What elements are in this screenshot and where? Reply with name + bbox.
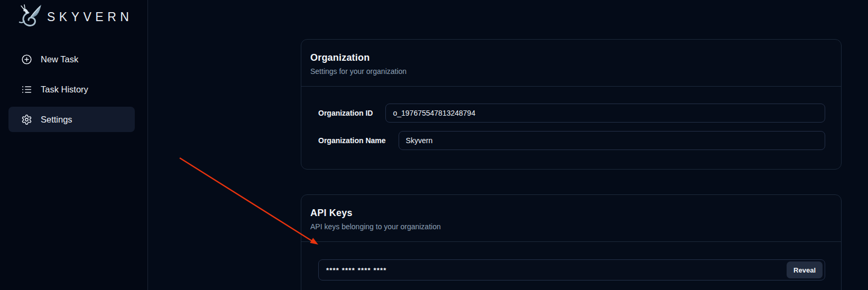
organization-id-input[interactable] xyxy=(385,104,825,123)
api-keys-card: API Keys API keys belonging to your orga… xyxy=(301,194,842,290)
sidebar-nav: New Task Task History Settings xyxy=(8,46,135,132)
api-keys-card-body: **** **** **** **** Reveal xyxy=(301,241,841,290)
organization-card-body: Organization ID Organization Name xyxy=(301,86,841,169)
organization-card-header: Organization Settings for your organizat… xyxy=(301,40,841,86)
skyvern-dragon-logo-icon xyxy=(18,3,42,31)
organization-name-input[interactable] xyxy=(399,131,825,150)
list-icon xyxy=(21,84,32,95)
api-key-field[interactable]: **** **** **** **** Reveal xyxy=(318,259,825,280)
organization-name-label: Organization Name xyxy=(318,136,386,145)
settings-page: Organization Settings for your organizat… xyxy=(148,0,868,290)
reveal-button[interactable]: Reveal xyxy=(787,261,823,278)
api-keys-card-title: API Keys xyxy=(310,208,833,219)
sidebar-item-new-task[interactable]: New Task xyxy=(8,46,135,72)
organization-name-row: Organization Name xyxy=(318,131,825,150)
sidebar-item-label: Task History xyxy=(41,85,88,95)
organization-card: Organization Settings for your organizat… xyxy=(301,39,842,170)
plus-circle-icon xyxy=(21,54,32,65)
sidebar-item-label: Settings xyxy=(41,115,72,125)
api-keys-card-subtitle: API keys belonging to your organization xyxy=(310,222,833,231)
sidebar-item-settings[interactable]: Settings xyxy=(8,107,135,132)
organization-id-label: Organization ID xyxy=(318,109,373,117)
skyvern-app: SKYVERN New Task Task History Settings xyxy=(0,0,868,290)
organization-id-row: Organization ID xyxy=(318,104,825,123)
sidebar: SKYVERN New Task Task History Settings xyxy=(0,0,148,290)
organization-card-title: Organization xyxy=(310,52,833,63)
sidebar-item-label: New Task xyxy=(41,54,78,64)
api-key-masked-value: **** **** **** **** xyxy=(319,266,787,274)
gear-icon xyxy=(21,114,32,125)
api-keys-card-header: API Keys API keys belonging to your orga… xyxy=(301,195,841,241)
brand[interactable]: SKYVERN xyxy=(8,3,135,31)
organization-card-subtitle: Settings for your organization xyxy=(310,67,833,76)
sidebar-item-task-history[interactable]: Task History xyxy=(8,77,135,102)
brand-name: SKYVERN xyxy=(47,10,133,24)
